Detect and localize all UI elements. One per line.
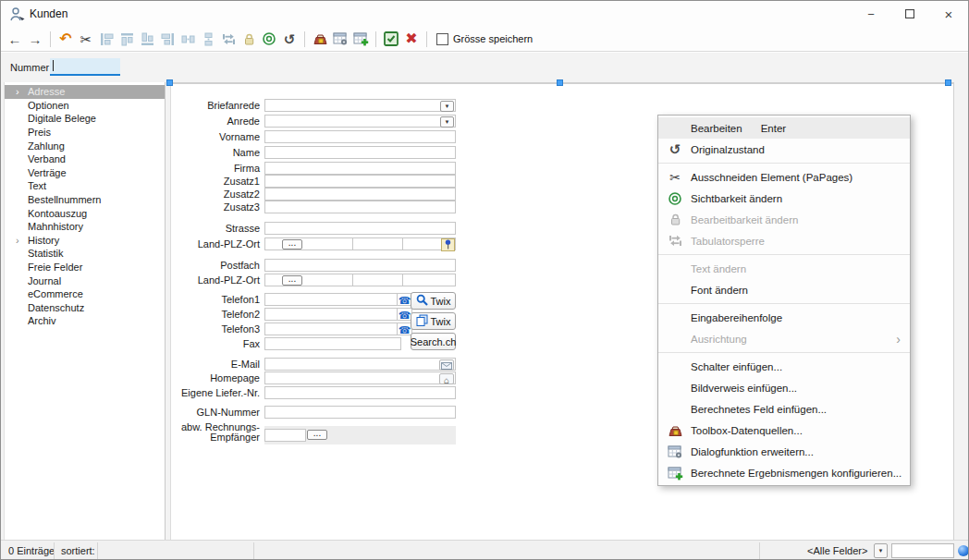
- mail-icon[interactable]: [439, 359, 454, 371]
- toolbox-icon[interactable]: [311, 30, 329, 48]
- zusatz2-input[interactable]: [264, 188, 456, 201]
- sidebar-item-digitale-belege[interactable]: Digitale Belege: [5, 112, 165, 126]
- context-menu: BearbeitenEnter↺Originalzustand✂Ausschne…: [657, 115, 911, 486]
- gln-nummer-input[interactable]: [264, 406, 456, 419]
- menu-item-berechnetes-feld-einf-gen[interactable]: Berechnetes Feld einfügen...: [658, 398, 910, 420]
- menu-item-sichtbarkeit-ndern[interactable]: Sichtbarkeit ändern: [658, 188, 910, 209]
- menu-item-dialogfunktion-erweitern[interactable]: Dialogfunktion erweitern...: [658, 441, 910, 462]
- sidebar-item-verband[interactable]: Verband: [5, 152, 165, 166]
- apply-icon[interactable]: [382, 30, 400, 48]
- twix-copy-button[interactable]: Twix: [411, 312, 456, 330]
- twix-search-button[interactable]: Twix: [411, 292, 456, 310]
- map-pin-icon[interactable]: [441, 238, 455, 251]
- cancel-icon[interactable]: ✖: [402, 30, 421, 48]
- sidebar-item-journal[interactable]: Journal: [5, 274, 165, 287]
- zusatz3-input[interactable]: [264, 201, 456, 213]
- maximize-button[interactable]: [890, 1, 929, 27]
- telefon3-input[interactable]: [264, 323, 398, 335]
- land2-input[interactable]: ...: [264, 274, 353, 286]
- strasse-input[interactable]: [264, 222, 456, 235]
- telefon2-input[interactable]: [264, 308, 398, 321]
- selection-handle-top-middle[interactable]: [557, 79, 563, 86]
- sidebar-item-ecommerce[interactable]: eCommerce: [5, 287, 165, 301]
- sidebar-item-vertr-ge[interactable]: Verträge: [5, 166, 165, 180]
- briefanrede-combobox[interactable]: ▼: [264, 99, 456, 112]
- nummer-input[interactable]: [50, 58, 120, 76]
- menu-item-bearbeiten[interactable]: BearbeitenEnter: [658, 117, 910, 139]
- sidebar-item-zahlung[interactable]: Zahlung: [5, 139, 165, 152]
- table-gear-icon[interactable]: [331, 30, 350, 48]
- eigene-liefer-nr-input[interactable]: [264, 386, 456, 399]
- email-input[interactable]: [264, 358, 456, 371]
- save-size-checkbox[interactable]: Grösse speichern: [436, 33, 533, 45]
- menu-item-font-ndern[interactable]: Font ändern: [658, 279, 910, 300]
- zusatz1-input[interactable]: [264, 175, 456, 188]
- menu-item-toolbox-datenquellen[interactable]: Toolbox-Datenquellen...: [658, 420, 910, 441]
- menu-item-berechnete-ergebnismengen-konfigurieren[interactable]: Berechnete Ergebnismengen konfigurieren.…: [658, 462, 910, 483]
- sidebar-item-kontoauszug[interactable]: Kontoauszug: [5, 206, 165, 220]
- menu-item-originalzustand[interactable]: ↺Originalzustand: [658, 139, 910, 160]
- telefon1-input[interactable]: [264, 293, 398, 306]
- quick-search-input[interactable]: [891, 543, 954, 558]
- back-arrow-icon[interactable]: ←: [6, 30, 24, 48]
- sidebar-item-label: Freie Felder: [28, 262, 82, 273]
- plz-input[interactable]: [352, 237, 403, 250]
- menu-item-label: Ausschneiden Element (PaPages): [691, 172, 852, 183]
- sidebar-item-adresse[interactable]: ›Adresse: [5, 85, 165, 99]
- menu-item-ausschneiden-element-papages[interactable]: ✂Ausschneiden Element (PaPages): [658, 166, 910, 188]
- vorname-input[interactable]: [264, 130, 456, 143]
- globe-icon[interactable]: [958, 545, 969, 556]
- selection-handle-top-right[interactable]: [945, 79, 951, 86]
- table-gear-icon: [666, 444, 684, 459]
- revert-icon[interactable]: ↶: [56, 30, 75, 48]
- menu-item-bildverweis-einf-gen[interactable]: Bildverweis einfügen...: [658, 377, 910, 398]
- sidebar-item-archiv[interactable]: Archiv: [5, 314, 165, 328]
- close-button[interactable]: ×: [929, 1, 968, 27]
- table-plus-icon[interactable]: [351, 30, 370, 48]
- ort-input[interactable]: [402, 237, 456, 250]
- abw-lookup-button[interactable]: ...: [307, 430, 327, 440]
- firma-input[interactable]: [264, 162, 456, 175]
- forward-arrow-icon[interactable]: →: [26, 30, 44, 48]
- selection-handle-top-left[interactable]: [166, 79, 173, 86]
- name-input[interactable]: [264, 146, 456, 159]
- abw-rechnungs-empfaenger-input[interactable]: [264, 429, 306, 442]
- toolbar-separator: [426, 31, 427, 47]
- land-input[interactable]: ...: [264, 237, 353, 250]
- postfach-input[interactable]: [264, 259, 456, 272]
- statusbar-divider: [97, 542, 98, 559]
- cut-icon[interactable]: ✂: [77, 30, 95, 48]
- anrede-combobox[interactable]: ▼: [264, 115, 456, 128]
- ort2-input[interactable]: [402, 274, 456, 286]
- land-lookup-button[interactable]: ...: [282, 239, 302, 250]
- field-filter-dropdown-button[interactable]: ▼: [874, 543, 888, 558]
- field-row-name: Name: [171, 146, 476, 159]
- field-filter-value[interactable]: <Alle Felder>: [807, 545, 867, 556]
- plz2-input[interactable]: [352, 274, 403, 286]
- chevron-down-icon[interactable]: ▼: [440, 101, 454, 112]
- sidebar-item-statistik[interactable]: Statistik: [5, 247, 165, 261]
- minimize-button[interactable]: −: [852, 1, 890, 27]
- sidebar-item-text[interactable]: Text: [5, 179, 165, 193]
- align-left-icon: [97, 30, 116, 48]
- sidebar-item-optionen[interactable]: Optionen: [5, 99, 165, 113]
- land2-lookup-button[interactable]: ...: [282, 275, 302, 286]
- homepage-input[interactable]: ⌂: [264, 371, 456, 384]
- sidebar-item-history[interactable]: ›History: [5, 234, 165, 248]
- field-label: Zusatz2: [171, 188, 260, 201]
- sidebar-item-mahnhistory[interactable]: Mahnhistory: [5, 220, 165, 234]
- menu-item-schalter-einf-gen[interactable]: Schalter einfügen...: [658, 356, 910, 377]
- chevron-down-icon[interactable]: ▼: [440, 116, 454, 128]
- sorted-label: sortiert:: [61, 545, 95, 556]
- home-icon[interactable]: ⌂: [439, 373, 454, 384]
- fax-input[interactable]: [264, 337, 401, 350]
- sidebar-item-freie-felder[interactable]: Freie Felder: [5, 261, 165, 274]
- menu-item-eingabereihenfolge[interactable]: Eingabereihenfolge: [658, 307, 910, 328]
- search-ch-button[interactable]: Search.ch: [411, 333, 456, 350]
- undo-icon[interactable]: ↺: [280, 30, 299, 48]
- sidebar-item-bestellnummern[interactable]: Bestellnummern: [5, 193, 165, 207]
- sidebar-item-datenschutz[interactable]: Datenschutz: [5, 301, 165, 315]
- sidebar-item-preis[interactable]: Preis: [5, 126, 165, 140]
- field-label: Strasse: [171, 222, 260, 235]
- visibility-icon[interactable]: [260, 30, 278, 48]
